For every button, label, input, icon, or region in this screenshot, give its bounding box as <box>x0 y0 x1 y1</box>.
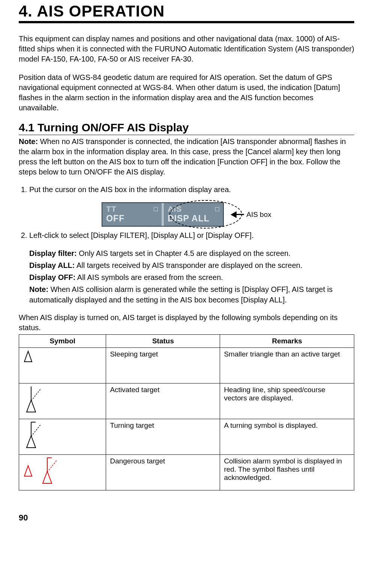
ais-square-icon <box>215 207 219 211</box>
symbol-sleeping <box>19 348 106 383</box>
remarks-cell: Heading line, ship speed/course vectors … <box>220 383 354 419</box>
symbol-table: Symbol Status Remarks Sleeping target Sm… <box>19 334 354 490</box>
display-off-label: Display OFF: <box>29 273 75 281</box>
table-row: Dangerous target Collision alarm symbol … <box>19 455 354 490</box>
intro-paragraph-1: This equipment can display names and pos… <box>19 34 354 64</box>
step-1: Put the cursor on the AIS box in the inf… <box>29 185 354 195</box>
symbol-dangerous <box>19 455 106 490</box>
display-filter-label: Display filter: <box>29 249 77 257</box>
chapter-rule <box>19 21 354 23</box>
callout-text: AIS box <box>246 211 271 219</box>
table-row: Turning target A turning symbol is displ… <box>19 419 354 455</box>
page-number: 90 <box>19 513 354 523</box>
note-text: When no AIS transponder is connected, th… <box>19 137 346 176</box>
display-all-label: Display ALL: <box>29 261 75 269</box>
step-2: Left-click to select [Display FILTER], [… <box>29 230 354 241</box>
status-cell: Dangerous target <box>106 455 220 490</box>
symbol-activated <box>19 383 106 419</box>
section-title: 4.1 Turning ON/OFF AIS Display <box>19 121 354 134</box>
svg-line-6 <box>31 424 41 436</box>
ais-line1: AIS <box>168 205 182 214</box>
status-cell: Turning target <box>106 419 220 455</box>
th-status: Status <box>106 335 220 348</box>
tt-line1: TT <box>106 205 117 214</box>
display-off-text: All AIS symbols are erased from the scre… <box>75 273 223 281</box>
display-note-label: Note: <box>29 285 48 293</box>
status-cell: Sleeping target <box>106 348 220 383</box>
callout-arrow: AIS box <box>231 211 271 219</box>
ais-box-figure: TT OFF AIS DISP ALL AIS box <box>19 202 354 227</box>
svg-line-2 <box>31 389 41 401</box>
table-header-row: Symbol Status Remarks <box>19 335 354 348</box>
section-note: Note: When no AIS transponder is connect… <box>19 137 354 177</box>
table-row: Activated target Heading line, ship spee… <box>19 383 354 419</box>
display-note: Note: When AIS collision alarm is genera… <box>29 284 354 305</box>
steps-list-2: Left-click to select [Display FILTER], [… <box>19 230 354 241</box>
status-cell: Activated target <box>106 383 220 419</box>
ais-line2: DISP ALL <box>168 214 210 224</box>
display-box: TT OFF AIS DISP ALL <box>102 202 224 227</box>
note-label: Note: <box>19 137 38 146</box>
symbol-turning <box>19 419 106 455</box>
display-filter-option: Display filter: Only AIS targets set in … <box>29 248 354 259</box>
turning-target-icon <box>23 421 45 449</box>
th-symbol: Symbol <box>19 335 106 348</box>
svg-marker-8 <box>24 466 32 476</box>
intro-paragraph-2: Position data of WGS-84 geodetic datum a… <box>19 72 354 113</box>
svg-line-11 <box>47 460 57 472</box>
arrow-stem <box>236 214 244 215</box>
remarks-cell: Smaller triangle than an active target <box>220 348 354 383</box>
tt-panel: TT OFF <box>102 203 162 226</box>
svg-marker-12 <box>43 471 52 483</box>
section-rule <box>19 135 354 135</box>
display-off-option: Display OFF: All AIS symbols are erased … <box>29 272 354 283</box>
display-all-option: Display ALL: All targets received by AIS… <box>29 260 354 271</box>
table-row: Sleeping target Smaller triangle than an… <box>19 348 354 383</box>
sleeping-target-icon <box>23 350 33 363</box>
tt-line2: OFF <box>106 214 124 224</box>
remarks-cell: Collision alarm symbol is displayed in r… <box>220 455 354 490</box>
steps-list: Put the cursor on the AIS box in the inf… <box>19 185 354 195</box>
svg-marker-3 <box>27 400 36 412</box>
svg-marker-0 <box>24 351 32 362</box>
dangerous-sleeping-icon <box>23 465 33 477</box>
table-intro: When AIS display is turned on, AIS targe… <box>19 313 354 333</box>
dangerous-active-icon <box>39 457 61 485</box>
th-remarks: Remarks <box>220 335 354 348</box>
tt-square-icon <box>154 207 158 211</box>
ais-panel: AIS DISP ALL <box>162 203 223 226</box>
activated-target-icon <box>23 386 45 414</box>
display-note-text: When AIS collision alarm is generated wh… <box>29 285 333 304</box>
remarks-cell: A turning symbol is displayed. <box>220 419 354 455</box>
chapter-title: 4. AIS OPERATION <box>19 2 354 20</box>
svg-marker-7 <box>27 436 36 448</box>
display-filter-text: Only AIS targets set in Chapter 4.5 are … <box>77 249 291 257</box>
display-all-text: All targets received by AIS transponder … <box>75 261 303 269</box>
